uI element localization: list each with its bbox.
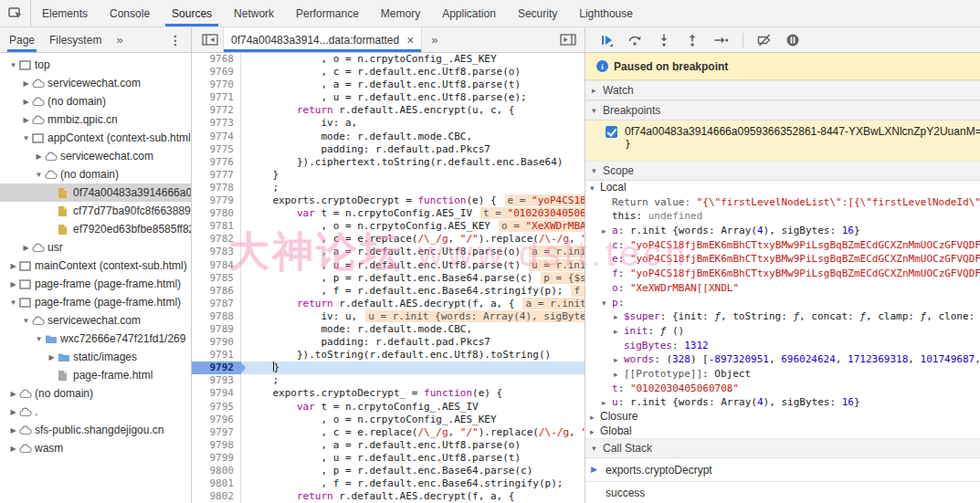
section-breakpoints[interactable]: ▾ Breakpoints: [585, 100, 980, 121]
scope-row[interactable]: ▸init: ƒ (): [585, 324, 980, 339]
breakpoint-entry[interactable]: 0f74a00483a3914666a0959366352861-8447-YX…: [585, 121, 980, 161]
tree-expanded-icon[interactable]: ▼: [7, 299, 19, 307]
code-line-9782[interactable]: 9782 , c = e.replace(/\_/g, "/").replace…: [192, 233, 585, 246]
resume-icon[interactable]: [599, 33, 614, 47]
scope-row[interactable]: f: "yoP4CS18fjBmEK6mBhCTtxyBMw9PiLsgBqBZ…: [585, 267, 980, 281]
scope-row[interactable]: o: "XeXWDrMBAN[[XNDL": [585, 281, 980, 296]
tree-item--no-domain-[interactable]: ▼(no domain): [0, 165, 191, 183]
tree-expanded-icon[interactable]: ▼: [33, 171, 45, 179]
scope-row[interactable]: ▸a: r.init {words: Array(4), sigBytes: 1…: [585, 224, 980, 238]
tree-item-appcontext-context-sub.html-[interactable]: ▼appContext (context-sub.html): [0, 129, 191, 147]
code-line-9781[interactable]: 9781 , o = n.crpytoConfig.AES_KEYo = "Xe…: [192, 220, 585, 233]
step-icon[interactable]: [713, 33, 729, 47]
tree-item-sfs-public.shangdejigou.cn[interactable]: ▶sfs-public.shangdejigou.cn: [0, 421, 191, 439]
line-number[interactable]: 9791: [192, 349, 241, 362]
line-number[interactable]: 9782: [192, 233, 241, 246]
tree-collapsed-icon[interactable]: ▶: [20, 79, 32, 88]
code-line-9787[interactable]: 9787 return r.default.AES.decrypt(f, a, …: [192, 298, 585, 310]
code-line-9795[interactable]: 9795 var t = n.crpytoConfig_.AES_IV: [192, 401, 585, 414]
main-tab-memory[interactable]: Memory: [370, 0, 431, 26]
main-tab-performance[interactable]: Performance: [285, 0, 370, 26]
scope-section-closure[interactable]: ▸Closure: [585, 410, 980, 424]
scope-row[interactable]: c: "yoP4CS18fjBmEK6mBhCTtxyBMw9PiLsgBqBZ…: [585, 238, 980, 253]
tree-item-page-frame-page-frame.html-[interactable]: ▶page-frame (page-frame.html): [0, 275, 191, 293]
code-line-9802[interactable]: 9802 return r.default.AES.decrypt(f, a, …: [192, 490, 585, 503]
tree-expanded-icon[interactable]: ▼: [7, 61, 19, 69]
scope-row[interactable]: Return value: "{\"firstLevelNodeList\":[…: [585, 195, 980, 210]
scope-section-global[interactable]: ▸Global: [585, 424, 980, 439]
tree-item--no-domain-[interactable]: ▶(no domain): [0, 384, 191, 403]
scope-row[interactable]: ▸u: r.init {words: Array(4), sigBytes: 1…: [585, 395, 980, 410]
execution-line-number[interactable]: 9792: [192, 362, 241, 374]
code-line-9788[interactable]: 9788 iv: u,u = r.init {words: Array(4), …: [192, 310, 585, 323]
code-line-9780[interactable]: 9780 var t = n.crpytoConfig.AES_IVt = "0…: [192, 207, 585, 220]
code-line-9777[interactable]: 9777 }: [192, 169, 585, 182]
main-tab-lighthouse[interactable]: Lighthouse: [568, 0, 644, 26]
main-tab-security[interactable]: Security: [507, 0, 568, 26]
scope-row[interactable]: ▾p:: [585, 296, 980, 310]
section-scope[interactable]: ▾ Scope: [585, 161, 980, 181]
tree-item-mmbiz.qpic.cn[interactable]: ▶mmbiz.qpic.cn: [0, 110, 191, 129]
scope-row[interactable]: sigBytes: 1312: [585, 339, 980, 353]
line-number[interactable]: 9770: [192, 79, 241, 91]
tree-item-static-images[interactable]: ▶static/images: [0, 348, 191, 366]
scope-row[interactable]: ▸[[Prototype]]: Object: [585, 367, 980, 382]
line-number[interactable]: 9772: [192, 104, 241, 117]
code-line-9770[interactable]: 9770 , a = r.default.enc.Utf8.parse(t): [192, 79, 585, 91]
line-number[interactable]: 9785: [192, 272, 241, 285]
tree-item--no-domain-[interactable]: ▶(no domain): [0, 92, 191, 110]
line-number[interactable]: 9779: [192, 194, 241, 207]
main-tab-console[interactable]: Console: [99, 0, 161, 26]
code-line-9790[interactable]: 9790 padding: r.default.pad.Pkcs7: [192, 336, 585, 349]
tree-item-wasm[interactable]: ▶wasm: [0, 439, 191, 457]
code-line-9771[interactable]: 9771 , u = r.default.enc.Utf8.parse(e);: [192, 91, 585, 104]
code-line-9774[interactable]: 9774 mode: r.default.mode.CBC,: [192, 131, 585, 143]
tree-item-0f74a00483a3914666a09593[interactable]: 0f74a00483a3914666a09593: [0, 183, 191, 202]
code-line-9789[interactable]: 9789 mode: r.default.mode.CBC,: [192, 323, 585, 336]
main-tab-application[interactable]: Application: [431, 0, 507, 26]
breakpoint-checkbox[interactable]: [606, 126, 617, 138]
tree-item-usr[interactable]: ▶usr: [0, 238, 191, 257]
tree-collapsed-icon[interactable]: ▶: [7, 390, 19, 398]
line-number[interactable]: 9789: [192, 323, 241, 336]
tree-collapsed-icon[interactable]: ▶: [20, 244, 32, 252]
tree-item-servicewechat.com[interactable]: ▼servicewechat.com: [0, 311, 191, 330]
line-number[interactable]: 9798: [192, 439, 241, 452]
section-watch[interactable]: ▸ Watch: [585, 80, 980, 100]
line-number[interactable]: 9802: [192, 490, 241, 503]
section-callstack[interactable]: ▾ Call Stack: [585, 438, 980, 458]
line-number[interactable]: 9773: [192, 117, 241, 130]
pause-on-exceptions-icon[interactable]: [785, 33, 800, 47]
tree-collapsed-icon[interactable]: ▶: [7, 408, 19, 416]
navigator-overflow-chevron-icon[interactable]: »: [116, 33, 122, 47]
line-number[interactable]: 9793: [192, 374, 241, 387]
code-line-9794[interactable]: 9794 exports.cryptoDecrypt_ = function(e…: [192, 387, 585, 400]
scope-row[interactable]: t: "0102030405060708": [585, 382, 980, 396]
deactivate-breakpoints-icon[interactable]: [757, 33, 772, 47]
toggle-navigator-icon[interactable]: [197, 34, 223, 46]
close-tab-icon[interactable]: ×: [406, 33, 414, 47]
line-number[interactable]: 9799: [192, 452, 241, 465]
navigator-tab-filesystem[interactable]: Filesystem: [49, 27, 101, 52]
step-into-icon[interactable]: [657, 33, 671, 47]
tree-item-page-frame.html[interactable]: page-frame.html: [0, 366, 191, 384]
line-number[interactable]: 9797: [192, 426, 241, 439]
tree-expanded-icon[interactable]: ▼: [33, 335, 45, 343]
code-line-9801[interactable]: 9801 , f = r.default.enc.Base64.stringif…: [192, 477, 585, 490]
navigator-tab-page[interactable]: Page: [9, 27, 35, 52]
line-number[interactable]: 9783: [192, 246, 241, 258]
code-line-9769[interactable]: 9769 , c = r.default.enc.Utf8.parse(o): [192, 66, 585, 79]
line-number[interactable]: 9774: [192, 131, 241, 143]
line-number[interactable]: 9794: [192, 387, 241, 400]
tree-collapsed-icon[interactable]: ▶: [33, 152, 45, 161]
line-number[interactable]: 9784: [192, 259, 241, 272]
tree-item-.[interactable]: ▶.: [0, 403, 191, 421]
tabs-overflow-chevron-icon[interactable]: »: [431, 33, 437, 47]
tree-item-page-frame-page-frame.html-[interactable]: ▼page-frame (page-frame.html): [0, 293, 191, 311]
code-line-9779[interactable]: 9779 exports.cryptoDecrypt = function(e)…: [192, 194, 585, 207]
tree-collapsed-icon[interactable]: ▶: [46, 353, 58, 362]
code-line-9776[interactable]: 9776 }).ciphertext.toString(r.default.en…: [192, 156, 585, 169]
navigator-more-icon[interactable]: ⋮: [165, 33, 185, 47]
line-number[interactable]: 9769: [192, 66, 241, 79]
line-number[interactable]: 9771: [192, 91, 241, 104]
